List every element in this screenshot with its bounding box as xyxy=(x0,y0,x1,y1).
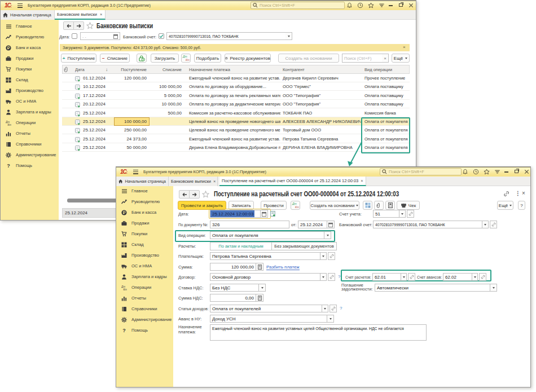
svg-text:Кт: Кт xyxy=(123,288,127,290)
svg-text:Кт: Кт xyxy=(7,123,11,125)
